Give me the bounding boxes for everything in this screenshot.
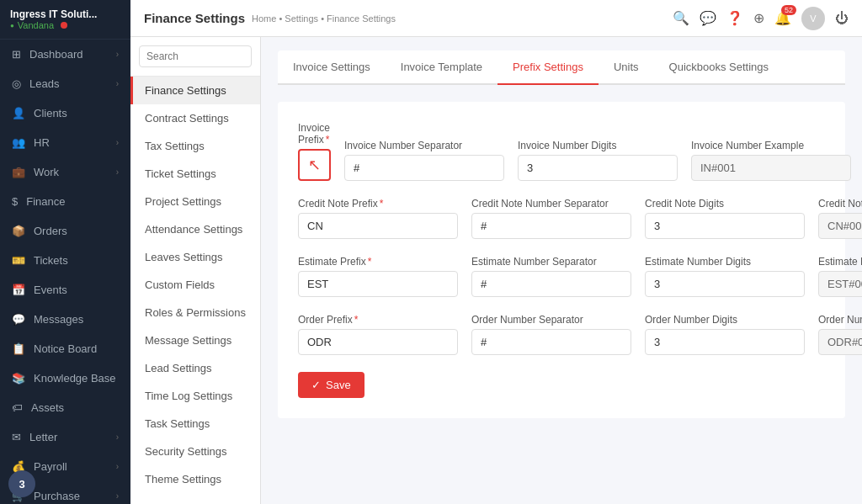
sidebar-item-orders[interactable]: 📦 Orders [0, 216, 130, 246]
sub-sidebar-item-tax-settings[interactable]: Tax Settings [130, 132, 260, 160]
tab-units[interactable]: Units [599, 50, 654, 85]
sidebar-item-assets[interactable]: 🏷 Assets [0, 393, 130, 422]
sub-sidebar-item-message-settings[interactable]: Message Settings [130, 326, 260, 354]
estimate-separator-group: Estimate Number Separator [471, 256, 631, 297]
chat-icon[interactable]: 💬 [700, 10, 716, 26]
chevron-icon: › [116, 167, 119, 177]
credit-note-digits-input[interactable] [645, 213, 805, 239]
sidebar-item-work[interactable]: 💼 Work › [0, 157, 130, 187]
estimate-example-input [818, 271, 862, 297]
estimate-row: Estimate Prefix* Estimate Number Separat… [298, 256, 825, 297]
tab-invoice-template[interactable]: Invoice Template [386, 50, 498, 85]
orders-icon: 📦 [12, 225, 25, 237]
invoice-digits-input[interactable] [518, 155, 678, 181]
tickets-icon: 🎫 [12, 254, 25, 267]
order-digits-group: Order Number Digits [645, 314, 805, 355]
sub-sidebar-item-roles-permissions[interactable]: Roles & Permissions [130, 299, 260, 326]
search-icon[interactable]: 🔍 [673, 10, 689, 26]
sub-sidebar-item-project-settings[interactable]: Project Settings [130, 188, 260, 215]
finance-icon: $ [12, 195, 18, 208]
sidebar-item-finance[interactable]: $ Finance [0, 187, 130, 216]
content-wrapper: Finance Settings Contract Settings Tax S… [130, 37, 862, 504]
messages-icon: 💬 [12, 313, 25, 326]
estimate-separator-label: Estimate Number Separator [471, 256, 631, 268]
sidebar-item-clients[interactable]: 👤 Clients [0, 98, 130, 128]
credit-note-example-input [818, 213, 862, 239]
sidebar: Ingress IT Soluti... Vandana ⊞ Dashboard… [0, 0, 130, 504]
sub-sidebar-item-security-settings[interactable]: Security Settings [130, 438, 260, 465]
invoice-separator-label: Invoice Number Separator [344, 140, 504, 151]
work-icon: 💼 [12, 166, 25, 178]
events-icon: 📅 [12, 284, 25, 296]
order-example-group: Order Number Example [818, 314, 862, 355]
sub-sidebar-item-finance-settings[interactable]: Finance Settings [130, 77, 260, 104]
tab-prefix-settings[interactable]: Prefix Settings [498, 50, 599, 85]
invoice-separator-input[interactable] [344, 155, 504, 181]
knowledge-base-icon: 📚 [12, 372, 25, 385]
sidebar-header: Ingress IT Soluti... Vandana [0, 0, 130, 40]
order-separator-group: Order Number Separator [471, 314, 631, 355]
top-header: Finance Settings Home • Settings • Finan… [130, 0, 862, 37]
notification-badge[interactable]: 🔔 52 [774, 10, 791, 26]
invoice-prefix-row: Invoice Prefix* ↖ Invoice Number Separat… [298, 122, 825, 181]
sub-sidebar-item-leaves-settings[interactable]: Leaves Settings [130, 243, 260, 271]
save-button[interactable]: ✓ Save [298, 372, 364, 398]
sidebar-item-letter[interactable]: ✉ Letter › [0, 422, 130, 452]
order-digits-label: Order Number Digits [645, 314, 805, 326]
assets-icon: 🏷 [12, 401, 23, 414]
tab-quickbooks-settings[interactable]: Quickbooks Settings [654, 50, 785, 85]
order-separator-label: Order Number Separator [471, 314, 631, 326]
order-prefix-input[interactable] [298, 329, 458, 355]
plus-icon[interactable]: ⊕ [753, 10, 764, 26]
sub-sidebar-item-custom-fields[interactable]: Custom Fields [130, 271, 260, 299]
estimate-prefix-input[interactable] [298, 271, 458, 297]
sidebar-item-leads[interactable]: ◎ Leads › [0, 69, 130, 98]
invoice-prefix-label: Invoice Prefix* [298, 122, 331, 146]
sidebar-item-messages[interactable]: 💬 Messages [0, 305, 130, 334]
credit-note-example-group: Credit Note Number Example [818, 198, 862, 239]
credit-note-example-label: Credit Note Number Example [818, 198, 862, 210]
chevron-icon: › [116, 50, 119, 59]
credit-note-separator-input[interactable] [471, 213, 631, 239]
tab-invoice-settings[interactable]: Invoice Settings [278, 50, 386, 85]
invoice-digits-group: Invoice Number Digits [518, 140, 678, 181]
power-icon[interactable]: ⏻ [835, 11, 849, 26]
estimate-digits-input[interactable] [645, 271, 805, 297]
credit-note-row: Credit Note Prefix* Credit Note Number S… [298, 198, 825, 239]
sub-sidebar-item-attendance-settings[interactable]: Attendance Settings [130, 215, 260, 243]
user-name: Vandana [10, 20, 120, 30]
sub-sidebar-item-contract-settings[interactable]: Contract Settings [130, 104, 260, 132]
tabs-container: Invoice Settings Invoice Template Prefix… [278, 50, 845, 85]
sub-sidebar-item-ticket-settings[interactable]: Ticket Settings [130, 160, 260, 188]
dashboard-icon: ⊞ [12, 48, 21, 61]
notification-bubble[interactable]: 3 [8, 470, 35, 497]
help-icon[interactable]: ❓ [726, 10, 743, 26]
sidebar-item-tickets[interactable]: 🎫 Tickets [0, 246, 130, 275]
invoice-prefix-error-input[interactable]: ↖ [298, 149, 331, 181]
sidebar-item-knowledge-base[interactable]: 📚 Knowledge Base [0, 363, 130, 393]
search-input[interactable] [139, 45, 252, 67]
estimate-separator-input[interactable] [471, 271, 631, 297]
order-digits-input[interactable] [645, 329, 805, 355]
leads-icon: ◎ [12, 77, 21, 90]
sub-sidebar-item-time-log-settings[interactable]: Time Log Settings [130, 382, 260, 410]
sub-sidebar-item-lead-settings[interactable]: Lead Settings [130, 354, 260, 382]
credit-note-digits-label: Credit Note Digits [645, 198, 805, 210]
sidebar-item-events[interactable]: 📅 Events [0, 275, 130, 305]
sub-sidebar-item-task-settings[interactable]: Task Settings [130, 410, 260, 438]
cursor-icon: ↖ [308, 156, 321, 174]
sub-sidebar-item-theme-settings[interactable]: Theme Settings [130, 465, 260, 493]
sidebar-item-hr[interactable]: 👥 HR › [0, 128, 130, 157]
notice-board-icon: 📋 [12, 342, 25, 355]
sidebar-item-dashboard[interactable]: ⊞ Dashboard › [0, 40, 130, 69]
credit-note-prefix-input[interactable] [298, 213, 458, 239]
order-prefix-group: Order Prefix* [298, 314, 458, 355]
estimate-prefix-group: Estimate Prefix* [298, 256, 458, 297]
sidebar-item-notice-board[interactable]: 📋 Notice Board [0, 334, 130, 363]
estimate-prefix-label: Estimate Prefix* [298, 256, 458, 268]
credit-note-separator-group: Credit Note Number Separator [471, 198, 631, 239]
credit-note-prefix-group: Credit Note Prefix* [298, 198, 458, 239]
hr-icon: 👥 [12, 136, 25, 149]
avatar[interactable]: V [801, 7, 825, 30]
order-separator-input[interactable] [471, 329, 631, 355]
